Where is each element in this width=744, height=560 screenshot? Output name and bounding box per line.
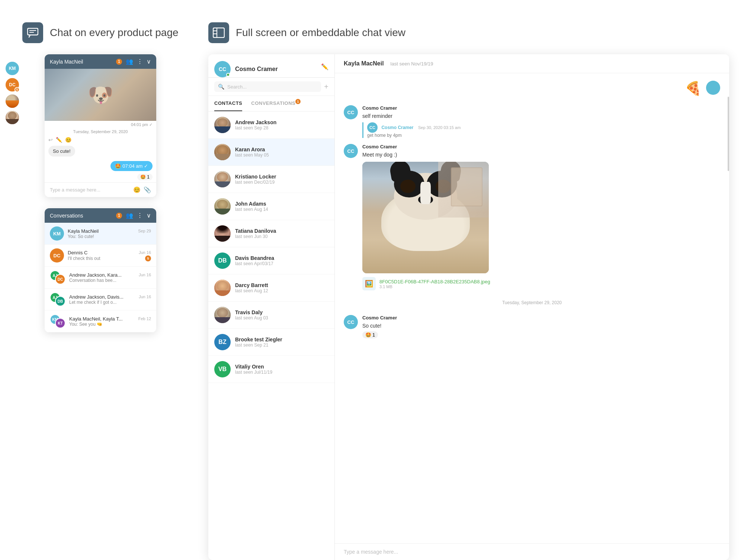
contacts-list: Andrew Jackson last seen Sep 28 Karan Ar…: [208, 112, 334, 560]
contact-avatar-karan: [214, 144, 231, 160]
widget-sent-bubble: 🤩 07:04 am ✓: [110, 161, 153, 171]
file-type-icon: 🖼️: [365, 280, 373, 288]
conv-item-aj-kara[interactable]: AJ DC Andrew Jackson, Kara... Jun 16 Con…: [45, 267, 156, 289]
contact-lastseen-karan: last seen May 05: [235, 152, 328, 158]
contact-item-brooke[interactable]: BZ Brooke test Ziegler last seen Sep 21: [208, 329, 334, 356]
widget-header-title-area: Kayla MacNeil: [50, 59, 83, 65]
msg-row-so-cute: CC Cosmo Cramer So cute! 🤩 1: [344, 315, 720, 338]
contact-name-travis: Travis Daly: [235, 309, 328, 315]
conv-item-dennis[interactable]: DC Dennis C Jun 16 I'll check this out 5: [45, 245, 156, 267]
reaction-bubble: 🤩 1: [362, 331, 378, 338]
pencil-icon[interactable]: ✏️: [321, 63, 328, 70]
contacts-panel-header: CC Cosmo Cramer ✏️: [208, 54, 334, 78]
contact-item-tatiana[interactable]: Tatiana Danilova last seen Jun 30: [208, 220, 334, 247]
widget-input-icons: 😊 📎: [133, 186, 151, 193]
contact-item-davis[interactable]: DB Davis Beandrea last seen Apr/03/17: [208, 247, 334, 274]
widget-header-actions[interactable]: 1 👥 ⋮ ∨: [116, 58, 151, 65]
chat-widget: Kayla MacNeil 1 👥 ⋮ ∨ 🐶 04:01 pm ✓ Tuesd…: [45, 54, 156, 197]
widget-header: Kayla MacNeil 1 👥 ⋮ ∨: [45, 54, 156, 69]
msg-content-self-reminder: Cosmo Cramer self reminder CC Cosmo Cram…: [362, 105, 461, 138]
cc-name: Cosmo Cramer: [235, 66, 278, 73]
contact-name-karan: Karan Arora: [235, 147, 328, 152]
conv-item-kayla[interactable]: KM Kayla MacNeil Sep 29 You: So cute!: [45, 223, 156, 245]
conv-people-icon[interactable]: 👥: [126, 212, 133, 219]
conv-name-kayla: Kayla MacNeil Sep 29: [68, 228, 151, 234]
conv-more-icon[interactable]: ⋮: [137, 212, 143, 219]
msg-avatar-cc3: CC: [344, 315, 358, 329]
widget-date-divider: Tuesday, September 29, 2020: [45, 127, 156, 136]
widget-reaction: 🤩 1: [48, 173, 153, 180]
widget-timestamp2: 07:04 am ✓: [122, 163, 148, 169]
left-section: Chat on every product page KM DC 5: [22, 22, 179, 332]
widget-bubble-row1: So cute!: [45, 144, 156, 159]
side-avatar-km[interactable]: KM: [6, 62, 19, 75]
msg-content-so-cute: Cosmo Cramer So cute! 🤩 1: [362, 315, 397, 338]
msg-avatar-cc1: CC: [344, 105, 358, 119]
contact-lastseen-darcy: last seen Aug 12: [235, 288, 328, 293]
chat-input-placeholder: Type a message here...: [344, 549, 720, 555]
conv-chevron-icon[interactable]: ∨: [147, 212, 151, 219]
contact-name-brooke: Brooke test Ziegler: [235, 337, 328, 342]
file-link[interactable]: 8F0C5D1E-F06B-47FF-AB18-28B2E235DAB8.jpe…: [379, 279, 490, 284]
conv-preview-aj-kara: Conversation has bee...: [69, 278, 151, 283]
widget-msg-actions: ↩✏️😊: [45, 136, 156, 144]
contact-info-davis: Davis Beandrea last seen Apr/03/17: [235, 255, 328, 266]
conv-item-km-kt[interactable]: KM KT Kayla MacNeil, Kayla T... Feb 12 Y…: [45, 310, 156, 332]
online-dot: [226, 73, 230, 77]
conv-item-aj-davis[interactable]: AJ DB Andrew Jackson, Davis... Jun 16 Le…: [45, 289, 156, 310]
pizza-emoji: 🍕: [685, 81, 702, 96]
side-avatar-dc[interactable]: DC 5: [6, 78, 19, 91]
contact-item-darcy[interactable]: Darcy Barrett last seen Aug 12: [208, 274, 334, 302]
side-avatar-img2: [6, 111, 19, 124]
side-avatar-km-label: KM: [9, 66, 16, 71]
contact-item-kristiano[interactable]: Kristiano Locker last seen Dec/02/19: [208, 166, 334, 193]
conv-info-kayla: Kayla MacNeil Sep 29 You: So cute!: [68, 228, 151, 239]
msg-sender-cc1: Cosmo Cramer: [362, 105, 461, 111]
more-icon[interactable]: ⋮: [137, 58, 143, 65]
search-add-icon[interactable]: +: [324, 83, 328, 91]
scrollbar-indicator: [728, 97, 729, 171]
right-section-title: Full screen or embeddable chat view: [236, 27, 405, 39]
widget-input-area[interactable]: Type a message here... 😊 📎: [45, 182, 156, 197]
chevron-down-icon[interactable]: ∨: [147, 58, 151, 65]
people-icon[interactable]: 👥: [126, 58, 133, 65]
msg-text-so-cute: So cute!: [362, 322, 397, 330]
tab-conversations-badge: 1: [295, 99, 301, 104]
conv-avatar-stack3: KM KT: [50, 314, 65, 328]
tab-contacts[interactable]: CONTACTS: [214, 96, 242, 111]
msg-sender-cc2: Cosmo Cramer: [362, 144, 490, 149]
contact-avatar-andrew: [214, 117, 231, 133]
conv-name-aj-kara: Andrew Jackson, Kara... Jun 16: [69, 272, 151, 278]
msg-quote-avatar: CC: [367, 122, 378, 133]
widget-input-placeholder: Type a message here...: [50, 187, 100, 193]
contact-item-andrew[interactable]: Andrew Jackson last seen Sep 28: [208, 112, 334, 139]
chat-panel-header: Kayla MacNeil last seen Nov/19/19: [335, 54, 729, 73]
contact-lastseen-john: last seen Aug 14: [235, 207, 328, 212]
contact-item-john[interactable]: John Adams last seen Aug 14: [208, 193, 334, 220]
widget-bubble-row2: 🤩 07:04 am ✓: [45, 159, 156, 173]
panel-header-right[interactable]: ✏️: [321, 63, 328, 75]
conv-avatar-dc: DC: [50, 248, 64, 263]
contact-item-travis[interactable]: Travis Daly last seen Aug 03: [208, 302, 334, 329]
tab-conversations[interactable]: CONVERSATIONS 1: [251, 96, 295, 111]
contact-info-kristiano: Kristiano Locker last seen Dec/02/19: [235, 174, 328, 185]
contact-avatar-travis: [214, 307, 231, 323]
search-input-wrapper[interactable]: 🔍 Search...: [214, 81, 321, 92]
msg-sender-cc3: Cosmo Cramer: [362, 315, 397, 321]
contact-item-vitaliy[interactable]: VB Vitaliy Oren last seen Jul/11/19: [208, 356, 334, 383]
chat-messages: 🍕 CC Cosmo Cramer self reminder CC Cosmo…: [335, 73, 729, 543]
contact-avatar-tatiana: [214, 225, 231, 242]
contact-lastseen-vitaliy: last seen Jul/11/19: [235, 370, 328, 375]
emoji-icon[interactable]: 😊: [133, 186, 141, 193]
widget-sent-emoji: 🤩: [115, 163, 121, 169]
chat-panel: Kayla MacNeil last seen Nov/19/19 🍕 CC: [335, 54, 729, 560]
chat-input-area[interactable]: Type a message here...: [335, 543, 729, 560]
widget-timestamp1: 04:01 pm ✓: [45, 121, 156, 127]
msg-text-self-reminder: self reminder: [362, 112, 461, 120]
contact-item-karan[interactable]: Karan Arora last seen May 05: [208, 139, 334, 166]
conv-widget-actions[interactable]: 1 👥 ⋮ ∨: [116, 212, 151, 219]
date-divider: Tuesday, September 29, 2020: [344, 300, 720, 305]
contact-lastseen-davis: last seen Apr/03/17: [235, 261, 328, 266]
attach-icon[interactable]: 📎: [144, 186, 151, 193]
contact-info-tatiana: Tatiana Danilova last seen Jun 30: [235, 228, 328, 239]
